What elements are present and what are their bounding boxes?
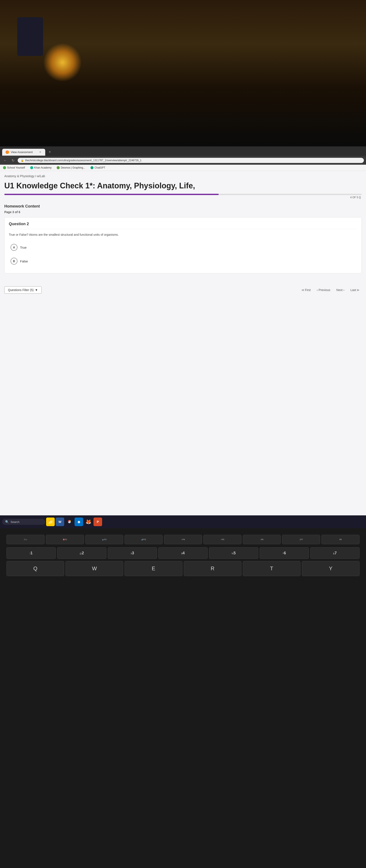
section-header: Homework Content xyxy=(0,200,366,210)
page-indicator-suffix: of 6 xyxy=(14,210,20,214)
bookmark-icon-chatgpt xyxy=(90,166,93,169)
lock-icon: 🔒 xyxy=(21,159,24,162)
pagination-buttons: ⊲ First ‹ Previous Next › Last ⊳ xyxy=(299,287,362,293)
key-f6[interactable]: □ F6 xyxy=(243,535,281,544)
active-tab[interactable]: 🔒 View Assessment ✕ xyxy=(2,149,45,156)
key-4[interactable]: $ 4 xyxy=(158,547,208,559)
taskbar-file-explorer-button[interactable]: 📁 xyxy=(46,518,55,526)
background-photo xyxy=(0,0,366,146)
progress-bar-track xyxy=(4,194,362,195)
key-f1[interactable]: 🔇 F1 xyxy=(46,535,84,544)
answer-option-a[interactable]: A True xyxy=(9,241,357,253)
key-t[interactable]: T xyxy=(243,561,301,576)
bookmark-icon-school-yourself xyxy=(3,166,6,169)
question-text: True or False? Atoms are the smallest st… xyxy=(9,232,357,237)
answer-option-b[interactable]: B False xyxy=(9,255,357,267)
key-5[interactable]: % 5 xyxy=(209,547,258,559)
alpha-key-row: Q W E R T Y xyxy=(4,561,362,576)
key-6[interactable]: ^ 6 xyxy=(260,547,309,559)
bookmark-khan-academy[interactable]: Khan Academy xyxy=(29,166,53,169)
bookmark-label-chatgpt: ChatGPT xyxy=(94,166,105,169)
taskbar-chrome-button[interactable] xyxy=(65,518,74,526)
bookmarks-bar: School Yourself Khan Academy Desmos | Gr… xyxy=(0,165,366,171)
key-w[interactable]: W xyxy=(65,561,123,576)
tab-favicon: 🔒 xyxy=(6,151,9,154)
progress-label: 4 OF 5 Q xyxy=(4,196,362,199)
filter-arrow-icon: ▼ xyxy=(35,288,38,292)
page-title: U1 Knowledge Check 1*: Anatomy, Physiolo… xyxy=(0,180,366,194)
page-indicator-prefix: Page xyxy=(4,210,12,214)
taskbar-firefox-button[interactable]: 🦊 xyxy=(84,518,93,526)
refresh-button[interactable]: ↻ xyxy=(10,157,16,163)
url-text: thechristcollege.blackboard.com/ultra/gr… xyxy=(25,159,142,162)
key-7[interactable]: & 7 xyxy=(310,547,360,559)
key-esc[interactable]: Esc xyxy=(6,535,45,544)
key-f5[interactable]: ☀ F5 xyxy=(203,535,242,544)
key-f4[interactable]: ☀ F4 xyxy=(164,535,202,544)
bookmark-icon-khan-academy xyxy=(30,166,33,169)
progress-bar-fill xyxy=(4,194,219,195)
page-current: 3 xyxy=(12,210,14,214)
taskbar: 🔍 Search 📁 W ◉ 🦊 P xyxy=(0,515,366,528)
bookmark-school-yourself[interactable]: School Yourself xyxy=(2,166,26,169)
tab-label: View Assessment xyxy=(11,151,33,154)
taskbar-word-button[interactable]: W xyxy=(56,518,64,526)
taskbar-outlook-button[interactable]: ◉ xyxy=(75,518,83,526)
key-2[interactable]: @ 2 xyxy=(57,547,106,559)
bookmark-icon-desmos xyxy=(57,166,60,169)
keyboard-area: Esc 🔇 F1 🔈 F2 🔊 F3 ☀ F4 ☀ F5 □ F6 ⣿ F7 xyxy=(0,528,366,585)
tab-close-button[interactable]: ✕ xyxy=(38,151,42,154)
next-page-button[interactable]: Next › xyxy=(334,287,346,293)
key-e[interactable]: E xyxy=(124,561,182,576)
address-bar[interactable]: 🔒 thechristcollege.blackboard.com/ultra/… xyxy=(18,158,364,163)
key-y[interactable]: Y xyxy=(302,561,360,576)
last-page-button[interactable]: Last ⊳ xyxy=(348,287,362,293)
key-f3[interactable]: 🔊 F3 xyxy=(124,535,163,544)
bottom-nav: Questions Filter (5) ▼ ⊲ First ‹ Previou… xyxy=(0,282,366,298)
answer-circle-b: B xyxy=(10,258,18,265)
word-icon: W xyxy=(58,520,61,524)
bookmark-chatgpt[interactable]: ChatGPT xyxy=(90,166,106,169)
answer-circle-a: A xyxy=(10,244,18,251)
answer-text-a: True xyxy=(20,246,27,249)
light-reflection xyxy=(43,43,82,82)
key-f7[interactable]: ⣿ F7 xyxy=(282,535,320,544)
key-3[interactable]: # 3 xyxy=(108,547,157,559)
key-1[interactable]: ! 1 xyxy=(6,547,56,559)
first-page-button[interactable]: ⊲ First xyxy=(299,287,313,293)
breadcrumb: Anatomy & Physiology I w/Lab xyxy=(0,171,366,180)
taskbar-powerpoint-button[interactable]: P xyxy=(93,518,102,526)
bookmark-label-desmos: Desmos | Graphing... xyxy=(61,166,85,169)
filter-button-label: Questions Filter (5) xyxy=(8,288,34,292)
key-q[interactable]: Q xyxy=(6,561,64,576)
question-title: Question 2 xyxy=(9,222,357,229)
svg-point-2 xyxy=(69,521,70,523)
page-indicator: Page 3 of 6 xyxy=(0,210,366,217)
function-key-row: Esc 🔇 F1 🔈 F2 🔊 F3 ☀ F4 ☀ F5 □ F6 ⣿ F7 xyxy=(4,535,362,544)
key-f2[interactable]: 🔈 F2 xyxy=(85,535,123,544)
new-tab-button[interactable]: + xyxy=(46,148,54,156)
browser-chrome: 🔒 View Assessment ✕ + ← ↻ 🔒 thechristcol… xyxy=(0,146,366,171)
back-button[interactable]: ← xyxy=(2,157,8,163)
previous-page-button[interactable]: ‹ Previous xyxy=(314,287,332,293)
taskbar-search-text: Search xyxy=(10,520,19,524)
question-container: Question 2 True or False? Atoms are the … xyxy=(4,217,362,273)
page-content: Anatomy & Physiology I w/Lab U1 Knowledg… xyxy=(0,171,366,515)
bookmark-label-khan-academy: Khan Academy xyxy=(34,166,52,169)
answer-text-b: False xyxy=(20,259,28,263)
number-key-row: ! 1 @ 2 # 3 $ 4 % 5 ^ 6 & 7 xyxy=(4,547,362,559)
questions-filter-button[interactable]: Questions Filter (5) ▼ xyxy=(4,286,41,293)
address-bar-row: ← ↻ 🔒 thechristcollege.blackboard.com/ul… xyxy=(0,156,366,165)
tab-bar: 🔒 View Assessment ✕ + xyxy=(0,146,366,156)
key-f8[interactable]: F8 xyxy=(321,535,360,544)
bookmark-label-school-yourself: School Yourself xyxy=(7,166,25,169)
bookmark-desmos[interactable]: Desmos | Graphing... xyxy=(56,166,86,169)
key-r[interactable]: R xyxy=(184,561,242,576)
progress-bar-container: 4 OF 5 Q xyxy=(0,194,366,199)
taskbar-search-icon: 🔍 xyxy=(5,520,9,524)
chrome-icon xyxy=(67,520,72,524)
taskbar-search[interactable]: 🔍 Search xyxy=(2,519,45,525)
